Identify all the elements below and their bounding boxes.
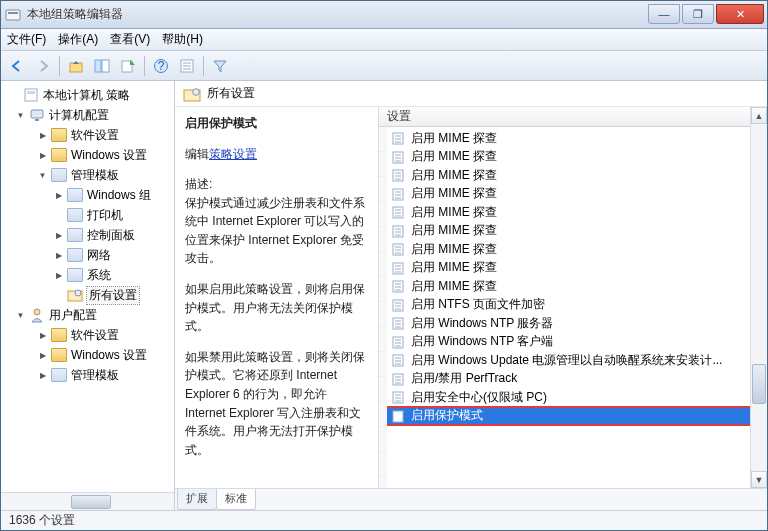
- tree[interactable]: 本地计算机 策略 计算机配置 软件设置 Windows 设置 管理模板 Wind…: [1, 81, 174, 492]
- setting-row[interactable]: 启用 MIME 探查: [379, 277, 767, 296]
- tree-horizontal-scrollbar[interactable]: [1, 492, 174, 510]
- setting-label: 启用 MIME 探查: [411, 148, 497, 165]
- up-button[interactable]: [64, 54, 88, 78]
- setting-row[interactable]: 启用 Windows Update 电源管理以自动唤醒系统来安装计...: [379, 351, 767, 370]
- setting-row-selected[interactable]: 启用保护模式: [379, 407, 767, 426]
- folder-icon: [51, 328, 67, 342]
- tree-user-software[interactable]: 软件设置: [5, 325, 174, 345]
- description-text: 如果启用此策略设置，则将启用保护模式。用户将无法关闭保护模式。: [185, 280, 368, 336]
- setting-icon: [391, 130, 407, 146]
- all-settings-icon: [67, 287, 83, 303]
- vertical-scrollbar[interactable]: ▲ ▼: [750, 107, 767, 488]
- tree-user-templates[interactable]: 管理模板: [5, 365, 174, 385]
- svg-text:?: ?: [158, 59, 165, 73]
- svg-rect-1: [8, 12, 18, 14]
- forward-button[interactable]: [31, 54, 55, 78]
- folder-icon: [67, 228, 83, 242]
- window-title: 本地组策略编辑器: [27, 6, 646, 23]
- tab-standard[interactable]: 标准: [216, 489, 256, 510]
- svg-rect-15: [35, 119, 39, 121]
- svg-rect-14: [31, 110, 43, 118]
- tree-printers[interactable]: 打印机: [5, 205, 174, 225]
- tree-user-windows[interactable]: Windows 设置: [5, 345, 174, 365]
- minimize-button[interactable]: —: [648, 4, 680, 24]
- setting-row[interactable]: 启用 Windows NTP 客户端: [379, 333, 767, 352]
- tree-system[interactable]: 系统: [5, 265, 174, 285]
- setting-row[interactable]: 启用 MIME 探查: [379, 203, 767, 222]
- setting-icon: [391, 204, 407, 220]
- policy-icon: [23, 87, 39, 103]
- setting-row[interactable]: 启用 MIME 探查: [379, 148, 767, 167]
- menu-file[interactable]: 文件(F): [7, 31, 46, 48]
- folder-icon: [67, 208, 83, 222]
- setting-row[interactable]: 启用 MIME 探查: [379, 222, 767, 241]
- setting-row[interactable]: 启用 Windows NTP 服务器: [379, 314, 767, 333]
- setting-icon: [391, 186, 407, 202]
- tree-windows-settings[interactable]: Windows 设置: [5, 145, 174, 165]
- setting-row[interactable]: 启用/禁用 PerfTrack: [379, 370, 767, 389]
- setting-label: 启用 MIME 探查: [411, 278, 497, 295]
- svg-point-18: [34, 309, 40, 315]
- pane-title: 所有设置: [207, 85, 255, 102]
- setting-row[interactable]: 启用 MIME 探查: [379, 240, 767, 259]
- setting-icon: [391, 334, 407, 350]
- setting-icon: [391, 167, 407, 183]
- filter-button[interactable]: [208, 54, 232, 78]
- scroll-down-button[interactable]: ▼: [751, 471, 767, 488]
- edit-policy-link[interactable]: 策略设置: [209, 147, 257, 161]
- setting-icon: [391, 241, 407, 257]
- setting-icon: [391, 260, 407, 276]
- setting-label: 启用安全中心(仅限域 PC): [411, 389, 547, 406]
- title-bar: 本地组策略编辑器 — ❐ ✕: [1, 1, 767, 29]
- tree-all-settings[interactable]: 所有设置: [5, 285, 174, 305]
- setting-row[interactable]: 启用 MIME 探查: [379, 166, 767, 185]
- show-hide-tree-button[interactable]: [90, 54, 114, 78]
- tree-admin-templates[interactable]: 管理模板: [5, 165, 174, 185]
- export-button[interactable]: [116, 54, 140, 78]
- content-pane: 所有设置 启用保护模式 编辑策略设置 描述: 保护模式通过减少注册表和文件系统中…: [175, 81, 767, 510]
- setting-label: 启用 MIME 探查: [411, 259, 497, 276]
- setting-label: 启用 MIME 探查: [411, 167, 497, 184]
- folder-icon: [51, 128, 67, 142]
- svg-rect-12: [25, 89, 37, 101]
- tree-network[interactable]: 网络: [5, 245, 174, 265]
- tree-control-panel[interactable]: 控制面板: [5, 225, 174, 245]
- tree-windows-components[interactable]: Windows 组: [5, 185, 174, 205]
- status-bar: 1636 个设置: [1, 510, 767, 530]
- setting-row[interactable]: 启用 MIME 探查: [379, 185, 767, 204]
- setting-label: 启用保护模式: [411, 407, 483, 424]
- setting-row[interactable]: 启用 MIME 探查: [379, 259, 767, 278]
- tree-root[interactable]: 本地计算机 策略: [5, 85, 174, 105]
- setting-row[interactable]: 启用 MIME 探查: [379, 129, 767, 148]
- setting-row[interactable]: 启用 NTFS 页面文件加密: [379, 296, 767, 315]
- column-header-setting[interactable]: 设置: [379, 107, 767, 127]
- description-panel: 启用保护模式 编辑策略设置 描述: 保护模式通过减少注册表和文件系统中 Inte…: [175, 107, 379, 488]
- setting-label: 启用 Windows Update 电源管理以自动唤醒系统来安装计...: [411, 352, 722, 369]
- back-button[interactable]: [5, 54, 29, 78]
- close-button[interactable]: ✕: [716, 4, 764, 24]
- tree-software-settings[interactable]: 软件设置: [5, 125, 174, 145]
- description-label: 描述:: [185, 175, 368, 194]
- menu-view[interactable]: 查看(V): [110, 31, 150, 48]
- separator: [59, 56, 60, 76]
- pane-header: 所有设置: [175, 81, 767, 107]
- setting-icon: [391, 297, 407, 313]
- setting-row[interactable]: 启用安全中心(仅限域 PC): [379, 388, 767, 407]
- menu-help[interactable]: 帮助(H): [162, 31, 203, 48]
- setting-label: 启用 MIME 探查: [411, 204, 497, 221]
- svg-rect-4: [102, 60, 109, 72]
- scroll-up-button[interactable]: ▲: [751, 107, 767, 124]
- scrollbar-thumb[interactable]: [752, 364, 766, 404]
- help-button[interactable]: ?: [149, 54, 173, 78]
- tree-computer-config[interactable]: 计算机配置: [5, 105, 174, 125]
- setting-label: 启用 MIME 探查: [411, 241, 497, 258]
- setting-icon: [391, 371, 407, 387]
- svg-rect-13: [27, 91, 35, 94]
- menu-action[interactable]: 操作(A): [58, 31, 98, 48]
- description-text: 如果禁用此策略设置，则将关闭保护模式。它将还原到 Internet Explor…: [185, 348, 368, 460]
- tree-user-config[interactable]: 用户配置: [5, 305, 174, 325]
- maximize-button[interactable]: ❐: [682, 4, 714, 24]
- properties-button[interactable]: [175, 54, 199, 78]
- tree-pane: 本地计算机 策略 计算机配置 软件设置 Windows 设置 管理模板 Wind…: [1, 81, 175, 510]
- tab-extended[interactable]: 扩展: [177, 489, 217, 510]
